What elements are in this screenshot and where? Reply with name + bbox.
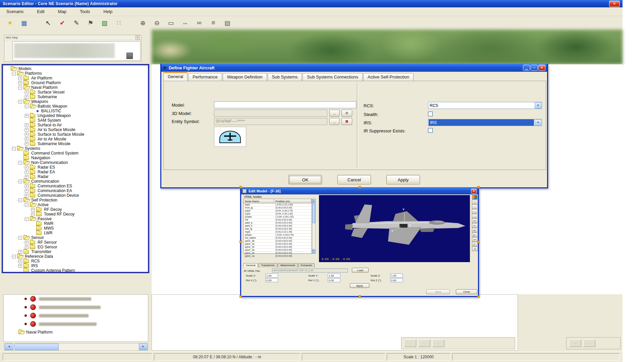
expand-plus-icon[interactable]: + <box>25 133 29 136</box>
tree-item[interactable]: MWS <box>3 226 148 231</box>
table-row[interactable]: pylon_1b(0.00,0.00,0.00) <box>244 246 312 249</box>
table-row[interactable]: inis_takimi(0.00,0.00,0.00) <box>244 237 312 240</box>
expand-plus-icon[interactable]: + <box>18 81 22 85</box>
expand-plus-icon[interactable]: + <box>31 213 35 216</box>
selection-handle[interactable] <box>359 295 361 298</box>
tab-performance[interactable]: Performance <box>188 73 222 81</box>
load-button[interactable]: Load <box>352 268 369 273</box>
tree-item[interactable]: +Transmitter <box>3 249 148 254</box>
close-icon[interactable]: ✕ <box>471 189 477 194</box>
tree-item[interactable]: Custom Antenna Pattern <box>3 268 148 273</box>
minimap-close-icon[interactable]: ✕ <box>136 36 140 40</box>
transform-input[interactable]: 1.00 <box>265 274 278 278</box>
model-3d-viewport[interactable]: Y X Z 0.00 , 0.00 , 0.00 <box>319 195 470 262</box>
expand-plus-icon[interactable]: + <box>25 245 29 249</box>
scroll-right-icon[interactable]: ► <box>139 344 148 350</box>
table-row[interactable]: pylon_3a(0.00,0.00,0.00) <box>244 249 312 252</box>
table-row[interactable]: yakit_b(0.00,0.00,0.00) <box>244 225 312 228</box>
table-row[interactable]: pylon_2b(0.00,0.00,0.00) <box>244 252 312 255</box>
tree-item-blurred[interactable] <box>4 311 148 320</box>
expand-plus-icon[interactable]: + <box>18 76 22 80</box>
tab-exhausts[interactable]: Exhausts <box>298 263 315 267</box>
tree-item-blurred[interactable] <box>4 295 148 303</box>
viewport-tool-icon[interactable]: x+ <box>472 219 478 223</box>
link-icon[interactable]: ∞ <box>195 18 204 27</box>
map-terrain[interactable] <box>152 29 623 64</box>
ir-vrml-file-input[interactable]: atl\models\thunderbird\F-16\F-16_a.wrl <box>272 268 348 273</box>
docked-button[interactable]: … <box>418 340 430 347</box>
pointer-icon[interactable]: ↖ <box>44 18 53 27</box>
tab-general[interactable]: General <box>243 263 258 267</box>
tree-item[interactable]: +Air to Air Missile <box>3 137 148 141</box>
tree-item[interactable]: +Communication EA <box>3 188 148 193</box>
transform-input[interactable]: 0.00 <box>265 278 278 282</box>
rcs-dropdown[interactable]: RCS ▼ <box>428 102 542 109</box>
print-icon[interactable]: ▤ <box>223 18 232 27</box>
expand-plus-icon[interactable]: + <box>18 259 22 263</box>
scrollbar-thumb[interactable] <box>14 344 59 350</box>
expand-plus-icon[interactable]: + <box>18 250 22 254</box>
new-scenario-icon[interactable]: ✶ <box>5 18 15 27</box>
tree-item-blurred[interactable] <box>4 320 148 328</box>
tree-item[interactable]: −Weapons <box>3 99 148 104</box>
transform-input[interactable]: 0.00 <box>390 278 403 282</box>
viewport-tool-icon[interactable]: y+ <box>472 228 478 232</box>
tree-item-blurred[interactable] <box>4 303 148 311</box>
docked-button[interactable]: … <box>404 340 416 347</box>
irs-dropdown[interactable]: IRS ▼ <box>428 119 542 126</box>
expand-plus-icon[interactable]: + <box>25 128 29 132</box>
collapse-minus-icon[interactable]: − <box>18 198 22 202</box>
expand-plus-icon[interactable]: + <box>31 208 35 212</box>
viewport-tool-icon[interactable]: − <box>472 204 478 209</box>
menu-help[interactable]: Help <box>99 8 117 15</box>
save-button[interactable]: Save <box>426 289 450 294</box>
tree-item[interactable]: −Sensor <box>3 235 148 240</box>
tree-item[interactable]: +RF Sensor <box>3 240 148 245</box>
expand-plus-icon[interactable]: + <box>25 90 29 94</box>
zoom-extent-icon[interactable]: ▭ <box>166 18 176 27</box>
viewport-tool-icon[interactable]: ↔ <box>472 209 478 214</box>
tree-item[interactable]: +Surface to Air <box>3 123 148 127</box>
viewport-tool-icon[interactable]: z+ <box>472 237 478 242</box>
tree-item[interactable]: +Radar EA <box>3 170 148 174</box>
table-row[interactable]: front_lg(0.00,0.00,0.00) <box>244 206 312 209</box>
menu-edit[interactable]: Edit <box>33 8 49 15</box>
expand-plus-icon[interactable]: + <box>25 137 29 141</box>
selection-handle[interactable] <box>477 295 480 298</box>
viewport-tool-icon[interactable]: ▦ <box>472 195 478 199</box>
viewport-tool-icon[interactable]: ↕ <box>472 214 478 218</box>
tab-sub-systems-connections[interactable]: Sub Systems Connections <box>303 73 362 81</box>
docked-button[interactable]: … <box>432 340 444 347</box>
expand-plus-icon[interactable]: + <box>25 184 29 188</box>
collapse-minus-icon[interactable]: − <box>25 203 29 207</box>
table-row[interactable]: rear_lg(0.00,0.00,0.30) <box>244 228 312 231</box>
transform-input[interactable]: 1.00 <box>328 274 340 278</box>
table-row[interactable]: pylon_1a(0.00,0.00,0.00) <box>244 255 312 258</box>
entity-symbol-input[interactable]: SFAPMF----***** <box>214 118 327 125</box>
selection-handle[interactable] <box>477 241 480 243</box>
tree-item[interactable]: +Unguided Weapon <box>3 113 148 118</box>
tab-sub-systems[interactable]: Sub Systems <box>268 73 302 81</box>
table-row[interactable]: pylon_2a(0.00,0.00,0.00) <box>244 243 312 246</box>
viewport-tool-icon[interactable]: ↺ <box>472 247 478 251</box>
table-row[interactable]: yakit_a(0.00,0.00,0.00) <box>244 222 312 225</box>
table-row[interactable]: lwplc(-4.91,0.10,1.49) <box>244 203 312 206</box>
tree-item[interactable]: −Active <box>3 202 148 207</box>
tab-attachments[interactable]: Attachments <box>278 263 298 267</box>
selection-handle[interactable] <box>239 295 242 298</box>
tab-weapon-definition[interactable]: Weapon Definition <box>223 73 267 81</box>
docked-button[interactable]: … <box>583 340 595 347</box>
tree-item[interactable]: Models <box>3 66 148 71</box>
expand-plus-icon[interactable]: + <box>25 123 29 127</box>
collapse-minus-icon[interactable]: − <box>18 100 22 104</box>
table-scrollbar[interactable]: ▲ ▼ <box>312 199 316 254</box>
save-icon[interactable]: ▦ <box>19 18 29 27</box>
collapse-minus-icon[interactable]: − <box>25 217 29 221</box>
tab-active-self-protection[interactable]: Active Self-Protection <box>363 73 414 81</box>
model3d-browse-button[interactable]: ... <box>329 110 339 117</box>
collapse-minus-icon[interactable]: − <box>12 72 16 75</box>
entity-clear-button[interactable]: ✖ <box>341 118 352 125</box>
collapse-minus-icon[interactable]: − <box>25 105 29 108</box>
ir-suppressor-checkbox[interactable] <box>428 128 433 133</box>
apply-button[interactable]: Apply <box>350 283 369 288</box>
